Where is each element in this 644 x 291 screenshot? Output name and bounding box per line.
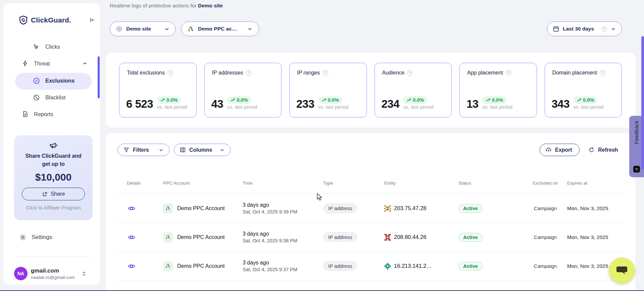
globe-icon (115, 25, 123, 33)
account-switcher[interactable]: NA gmail.com naatali.ro@gmail.com (14, 267, 93, 280)
ppc-account-selector[interactable]: Demo PPC ac… (181, 21, 259, 36)
export-button[interactable]: Export (540, 144, 580, 156)
external-link-icon (42, 191, 48, 197)
chat-launcher-button[interactable] (609, 257, 635, 284)
stat-label: Total exclusions (127, 70, 165, 76)
columns-button[interactable]: Columns (174, 144, 231, 156)
stat-value: 13 (466, 98, 479, 110)
logs-panel: Filters Columns Export Refresh Details P… (106, 133, 635, 291)
share-button[interactable]: Share (22, 188, 85, 200)
affiliate-link[interactable]: Click to Affiliate Program (14, 205, 93, 210)
page-scrollbar[interactable] (641, 36, 644, 169)
trend-value: 0.0% (166, 97, 178, 103)
stat-card: App placement ? 13 0.0% vs. last period (459, 63, 537, 117)
help-icon[interactable]: ? (246, 70, 252, 76)
table-row[interactable]: Demo PPC Account 3 days ago Sat, Oct 4, … (114, 194, 627, 223)
filters-button-label: Filters (133, 147, 155, 153)
trend-badge: 0.0% (403, 96, 427, 104)
megaphone-icon (14, 141, 93, 150)
sidebar-item-threat[interactable]: Threat (22, 60, 50, 67)
column-header-expires-at: Expires at (567, 180, 630, 186)
chevron-up-icon[interactable] (82, 61, 88, 66)
view-details-icon[interactable] (128, 233, 163, 241)
stat-caption: vs. last period (318, 104, 348, 110)
sidebar-item-exclusions-content[interactable]: Exclusions (33, 77, 75, 84)
table-row[interactable]: Demo PPC Account 3 days ago Sat, Oct 4, … (114, 252, 627, 281)
cursor-click-icon (33, 43, 40, 50)
help-icon[interactable]: ? (323, 70, 328, 76)
sidebar-item-reports[interactable]: Reports (22, 111, 53, 117)
stat-card: IP ranges ? 233 0.0% vs. last period (289, 63, 367, 117)
excluded-on-value: Campaign (524, 234, 567, 240)
stat-value: 233 (296, 98, 314, 110)
feedback-smiley-icon (633, 166, 640, 173)
help-icon[interactable]: ? (600, 70, 605, 76)
stat-caption: vs. last period (157, 104, 187, 110)
chevron-down-icon (610, 26, 616, 32)
stat-card: Domain placement ? 343 0.0% vs. last per… (545, 63, 622, 117)
entity-identicon (384, 263, 391, 270)
time-full: Sat, Oct 4, 2025 9:37 PM (243, 267, 323, 272)
sidebar-item-label: Blacklist (45, 94, 66, 101)
help-icon[interactable]: ? (407, 70, 413, 76)
help-icon[interactable]: ? (601, 26, 607, 32)
table-row[interactable]: 3 days ago (114, 281, 627, 291)
column-header-details: Details (127, 180, 163, 186)
sidebar-item-blacklist[interactable]: Blacklist (33, 94, 66, 101)
view-details-icon[interactable] (128, 262, 163, 270)
status-badge: Active (458, 262, 483, 271)
promo-headline: Share ClickGuard and get up to (14, 152, 93, 168)
expires-at-value: Mon, Nov 3, 2025 (567, 205, 630, 211)
stat-caption: vs. last period (483, 104, 512, 110)
entity-identicon (384, 205, 391, 212)
sidebar-item-label: Clicks (45, 44, 60, 50)
page-subtitle: Realtime logs of protective actions for … (110, 3, 223, 9)
divider (14, 256, 93, 256)
site-selector[interactable]: Demo site (110, 21, 176, 36)
sidebar-scrollbar[interactable] (98, 56, 100, 98)
help-icon[interactable]: ? (167, 70, 173, 76)
brand-name: ClickGuard. (31, 16, 71, 24)
trend-up-icon (231, 98, 235, 102)
time-relative: 3 days ago (243, 260, 323, 266)
type-badge: IP address (323, 232, 357, 242)
view-details-icon[interactable] (128, 204, 163, 212)
stat-value: 234 (382, 98, 400, 110)
site-selector-value: Demo site (126, 26, 161, 32)
ppc-account-name: Demo PPC Account (177, 263, 225, 269)
table-row[interactable]: Demo PPC Account 3 days ago Sat, Oct 4, … (114, 223, 627, 252)
stat-card: IP addresses ? 43 0.0% vs. last period (204, 63, 282, 117)
sidebar-item-label: Threat (34, 60, 50, 67)
sidebar-item-settings[interactable]: Settings (19, 234, 52, 241)
chevron-updown-icon[interactable] (81, 271, 87, 277)
date-range-selector[interactable]: Last 30 days ? (547, 21, 622, 36)
sidebar-item-label: Exclusions (45, 78, 75, 84)
refresh-button-label: Refresh (598, 147, 618, 153)
columns-icon (180, 147, 186, 153)
stat-value: 343 (552, 98, 570, 110)
google-ads-icon (163, 203, 173, 213)
sidebar-item-clicks[interactable]: Clicks (33, 43, 60, 50)
badge-check-icon (33, 77, 40, 84)
affiliate-promo-card: Share ClickGuard and get up to $10,000 S… (14, 135, 93, 220)
chevron-down-icon (247, 26, 253, 32)
stat-card: Total exclusions ? 6 523 0.0% vs. last p… (119, 63, 197, 117)
stat-caption: vs. last period (403, 104, 433, 110)
account-name: gmail.com (31, 268, 81, 274)
column-header-type: Type (323, 180, 384, 186)
refresh-button[interactable]: Refresh (586, 144, 620, 156)
excluded-on-value: Campaign (524, 205, 567, 211)
google-ads-icon (163, 261, 173, 271)
trend-badge: 0.0% (157, 96, 181, 104)
stat-caption: vs. last period (574, 104, 603, 110)
calendar-icon (553, 26, 559, 32)
funnel-icon (123, 147, 130, 153)
subtitle-site-name: Demo site (198, 3, 223, 8)
help-icon[interactable]: ? (506, 70, 511, 76)
share-button-label: Share (51, 191, 65, 197)
sidebar-collapse-icon[interactable] (89, 17, 95, 23)
feedback-tab-label: Feedback (634, 120, 639, 144)
gear-icon (19, 234, 27, 241)
filters-button[interactable]: Filters (117, 144, 169, 156)
stat-value: 43 (211, 98, 224, 110)
